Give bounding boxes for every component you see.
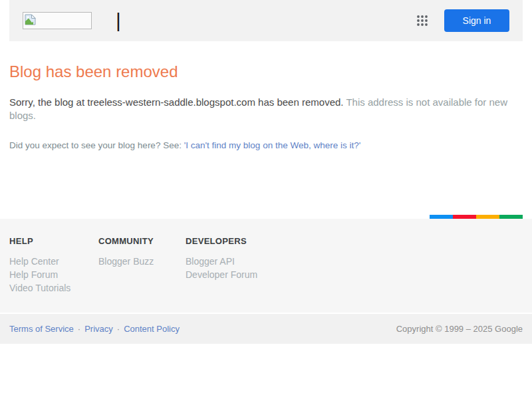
- footer-column-help: HELP Help Center Help Forum Video Tutori…: [9, 236, 98, 313]
- list-item: Developer Forum: [186, 268, 257, 281]
- page-title: Blog has been removed: [9, 62, 523, 82]
- apps-grid-icon: [416, 14, 429, 27]
- footer-link-columns: HELP Help Center Help Forum Video Tutori…: [0, 219, 532, 313]
- sign-in-button[interactable]: Sign in: [444, 9, 509, 32]
- video-tutorials-link[interactable]: Video Tutorials: [9, 283, 70, 293]
- footer-column-community: COMMUNITY Blogger Buzz: [98, 236, 186, 313]
- footer-heading-help: HELP: [9, 236, 98, 246]
- content-policy-link[interactable]: Content Policy: [124, 324, 180, 334]
- footer: HELP Help Center Help Forum Video Tutori…: [0, 219, 532, 344]
- footer-column-developers: DEVELOPERS Blogger API Developer Forum: [186, 236, 257, 313]
- help-forum-link[interactable]: Help Forum: [9, 269, 58, 280]
- separator-dot: ·: [78, 324, 80, 334]
- blogger-logo-broken-image[interactable]: [23, 12, 92, 29]
- main-content: Blog has been removed Sorry, the blog at…: [9, 41, 523, 215]
- list-item: Help Center: [9, 255, 98, 268]
- list-item: Blogger API: [186, 255, 257, 268]
- list-item: Video Tutorials: [9, 281, 98, 295]
- blogger-buzz-link[interactable]: Blogger Buzz: [98, 256, 154, 267]
- legal-links: Terms of Service·Privacy·Content Policy: [9, 324, 180, 334]
- removed-message: Sorry, the blog at treeless-western-sadd…: [9, 96, 344, 108]
- stripe-segment: [476, 215, 499, 219]
- separator-dot: ·: [117, 324, 120, 334]
- footer-heading-developers: DEVELOPERS: [186, 236, 257, 246]
- developer-forum-link[interactable]: Developer Forum: [186, 269, 257, 280]
- cant-find-blog-link[interactable]: 'I can't find my blog on the Web, where …: [184, 140, 361, 150]
- expect-blog-line: Did you expect to see your blog here? Se…: [9, 140, 523, 152]
- footer-legal-bar: Terms of Service·Privacy·Content Policy …: [0, 314, 532, 344]
- broken-image-icon: [25, 14, 36, 25]
- privacy-link[interactable]: Privacy: [84, 324, 113, 334]
- terms-of-service-link[interactable]: Terms of Service: [9, 324, 74, 334]
- google-apps-button[interactable]: [416, 14, 429, 27]
- expect-blog-question: Did you expect to see your blog here? Se…: [9, 140, 184, 150]
- footer-heading-community: COMMUNITY: [98, 236, 186, 246]
- help-center-link[interactable]: Help Center: [9, 256, 59, 267]
- stripe-segment: [499, 215, 523, 219]
- blogger-api-link[interactable]: Blogger API: [186, 256, 235, 267]
- list-item: Blogger Buzz: [98, 255, 186, 268]
- removed-message-line: Sorry, the blog at treeless-western-sadd…: [9, 96, 523, 122]
- list-item: Help Forum: [9, 268, 98, 281]
- header: | Sign in: [9, 0, 523, 41]
- text-cursor: |: [116, 11, 121, 31]
- copyright-text: Copyright © 1999 – 2025 Google: [396, 324, 523, 334]
- stripe-segment: [453, 215, 476, 219]
- header-actions: Sign in: [416, 9, 509, 32]
- stripe-segment: [430, 215, 453, 219]
